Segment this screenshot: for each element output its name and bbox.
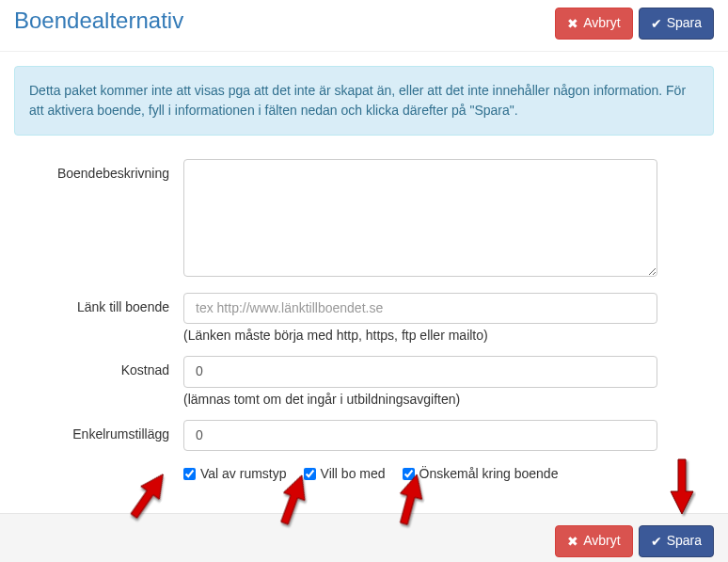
cost-label: Kostnad [14,356,183,377]
check-icon: ✔ [651,17,662,30]
footer-save-button-label: Spara [667,532,702,551]
link-label: Länk till boende [14,293,183,314]
singleroom-label: Enkelrumstillägg [14,420,183,442]
wishes-checkbox[interactable] [403,468,415,480]
roomtype-checkbox-item[interactable]: Val av rumstyp [183,466,287,481]
wishes-checkbox-item[interactable]: Önskemål kring boende [403,466,559,481]
cost-input[interactable] [183,356,657,388]
link-help-text: (Länken måste börja med http, https, ftp… [183,328,657,343]
roomtype-checkbox[interactable] [183,468,196,480]
footer-button-group: ✖ Avbryt ✔ Spara [555,525,714,557]
livewith-checkbox[interactable] [304,468,316,480]
cost-help-text: (lämnas tomt om det ingår i utbildningsa… [183,392,657,407]
close-icon: ✖ [567,535,578,548]
roomtype-checkbox-label: Val av rumstyp [200,466,287,481]
footer-cancel-button[interactable]: ✖ Avbryt [555,525,632,557]
description-textarea[interactable] [183,159,657,277]
close-icon: ✖ [567,17,578,30]
description-label: Boendebeskrivning [14,159,183,181]
cancel-button-label: Avbryt [583,14,620,33]
singleroom-input[interactable] [183,420,657,452]
livewith-checkbox-item[interactable]: Vill bo med [304,466,386,481]
page-title: Boendealternativ [14,8,183,34]
livewith-checkbox-label: Vill bo med [321,466,386,481]
info-alert: Detta paket kommer inte att visas pga at… [14,66,714,136]
wishes-checkbox-label: Önskemål kring boende [419,466,559,481]
cancel-button[interactable]: ✖ Avbryt [555,8,632,40]
footer-save-button[interactable]: ✔ Spara [639,525,714,557]
header-button-group: ✖ Avbryt ✔ Spara [555,8,714,40]
check-icon: ✔ [651,535,662,548]
save-button[interactable]: ✔ Spara [639,8,714,40]
save-button-label: Spara [667,14,702,33]
footer-cancel-button-label: Avbryt [583,532,620,551]
link-input[interactable] [183,293,657,325]
